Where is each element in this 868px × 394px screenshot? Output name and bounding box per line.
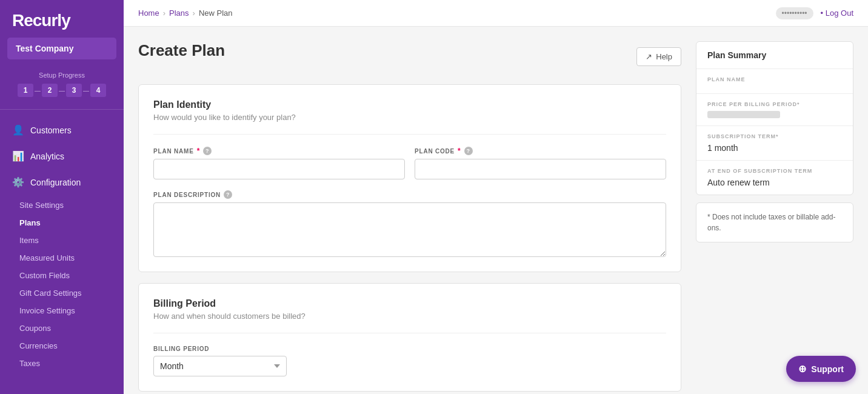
plan-code-help-icon[interactable]: ? (464, 147, 473, 155)
plan-summary-card: Plan Summary PLAN NAME PRICE PER BILLING… (696, 41, 853, 195)
summary-end-of-term-label: AT END OF SUBSCRIPTION TERM (707, 168, 842, 174)
summary-plan-name-label: PLAN NAME (707, 76, 842, 82)
price-section: PRICE PER BILLING PERIOD* (696, 94, 853, 126)
plan-description-group: PLAN DESCRIPTION ? (153, 190, 666, 257)
step-3[interactable]: 3 (66, 84, 82, 97)
analytics-icon: 📊 (12, 150, 24, 162)
billing-period-card: Billing Period How and when should custo… (138, 283, 681, 392)
breadcrumb: Home › Plans › New Plan (138, 8, 233, 18)
sidebar-item-configuration[interactable]: ⚙️ Configuration (0, 169, 124, 195)
sidebar-item-taxes[interactable]: Taxes (0, 355, 124, 372)
summary-term-value: 1 month (707, 143, 842, 153)
step-2[interactable]: 2 (42, 84, 58, 97)
billing-period-select[interactable]: Month Year Week Day Custom (153, 356, 287, 376)
sidebar: Recurly Test Company Setup Progress 1 — … (0, 0, 124, 394)
sidebar-item-coupons[interactable]: Coupons (0, 319, 124, 337)
customers-icon: 👤 (12, 124, 24, 136)
summary-end-of-term-value: Auto renew term (707, 178, 842, 187)
plan-description-label: PLAN DESCRIPTION ? (153, 190, 666, 199)
summary-price-value (707, 111, 780, 118)
breadcrumb-current: New Plan (199, 8, 233, 18)
step-4[interactable]: 4 (90, 84, 106, 97)
sidebar-item-gift-card-settings[interactable]: Gift Card Settings (0, 284, 124, 302)
plan-name-label: PLAN NAME * ? (153, 147, 405, 155)
user-pill: •••••••••• (776, 7, 813, 19)
content-area: Create Plan ↗ Help Plan Identity How wou… (124, 27, 868, 394)
billing-period-title: Billing Period (153, 298, 666, 309)
support-icon: ⊕ (798, 363, 806, 375)
left-column: Create Plan ↗ Help Plan Identity How wou… (138, 41, 681, 379)
plan-name-section: PLAN NAME (696, 69, 853, 94)
sidebar-item-invoice-settings[interactable]: Invoice Settings (0, 302, 124, 319)
right-column: Plan Summary PLAN NAME PRICE PER BILLING… (696, 41, 853, 379)
topbar-right: •••••••••• • Log Out (776, 7, 853, 19)
end-of-term-section: AT END OF SUBSCRIPTION TERM Auto renew t… (696, 161, 853, 195)
step-1[interactable]: 1 (18, 84, 33, 97)
breadcrumb-home[interactable]: Home (138, 8, 159, 18)
sidebar-item-measured-units[interactable]: Measured Units (0, 249, 124, 267)
summary-price-label: PRICE PER BILLING PERIOD* (707, 101, 842, 107)
sidebar-item-analytics[interactable]: 📊 Analytics (0, 143, 124, 169)
sidebar-item-plans[interactable]: Plans (0, 214, 124, 232)
topbar: Home › Plans › New Plan •••••••••• • Log… (124, 0, 868, 27)
plan-identity-card: Plan Identity How would you like to iden… (138, 84, 681, 272)
app-logo: Recurly (0, 0, 124, 38)
main-content: Home › Plans › New Plan •••••••••• • Log… (124, 0, 868, 394)
plan-code-input[interactable] (415, 159, 666, 179)
sidebar-item-items[interactable]: Items (0, 232, 124, 249)
sidebar-item-currencies[interactable]: Currencies (0, 337, 124, 355)
sidebar-sub-items: Site Settings Plans Items Measured Units… (0, 196, 124, 372)
plan-code-label: PLAN CODE * ? (415, 147, 666, 155)
setup-progress: Setup Progress 1 — 2 — 3 — 4 (7, 72, 116, 97)
sidebar-item-customers[interactable]: 👤 Customers (0, 117, 124, 143)
plan-name-input[interactable] (153, 159, 405, 179)
plan-description-input[interactable] (153, 202, 666, 257)
logout-link[interactable]: • Log Out (821, 8, 853, 18)
external-link-icon: ↗ (646, 52, 652, 61)
help-button[interactable]: ↗ Help (636, 47, 681, 66)
breadcrumb-plans[interactable]: Plans (169, 8, 189, 18)
support-button[interactable]: ⊕ Support (786, 356, 856, 382)
plan-identity-subtitle: How would you like to identify your plan… (153, 113, 666, 122)
billing-period-group: BILLING PERIOD Month Year Week Day Custo… (153, 346, 666, 376)
plan-name-help-icon[interactable]: ? (203, 147, 212, 155)
note-card: * Does not include taxes or billable add… (696, 202, 853, 242)
plan-name-code-row: PLAN NAME * ? PLAN CODE * ? (153, 147, 666, 179)
note-text: * Does not include taxes or billable add… (707, 213, 835, 232)
sidebar-item-custom-fields[interactable]: Custom Fields (0, 267, 124, 284)
plan-description-help-icon[interactable]: ? (224, 190, 232, 199)
summary-term-label: SUBSCRIPTION TERM* (707, 133, 842, 139)
sidebar-item-site-settings[interactable]: Site Settings (0, 196, 124, 214)
billing-period-label: BILLING PERIOD (153, 346, 666, 352)
company-button[interactable]: Test Company (7, 38, 116, 59)
plan-name-group: PLAN NAME * ? (153, 147, 405, 179)
billing-period-subtitle: How and when should customers be billed? (153, 312, 666, 321)
plan-summary-title: Plan Summary (696, 42, 853, 69)
configuration-icon: ⚙️ (12, 176, 24, 188)
page-title: Create Plan (138, 41, 225, 60)
subscription-term-section: SUBSCRIPTION TERM* 1 month (696, 126, 853, 161)
plan-code-group: PLAN CODE * ? (415, 147, 666, 179)
plan-identity-title: Plan Identity (153, 99, 666, 110)
